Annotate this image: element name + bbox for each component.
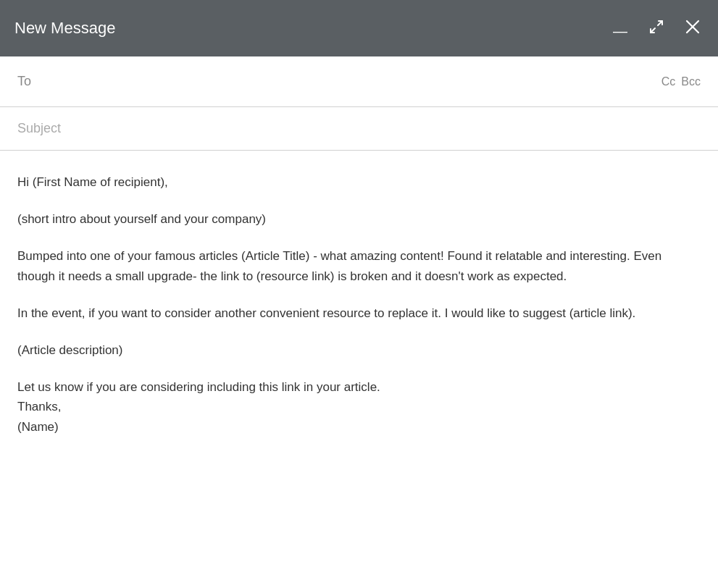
body-line5: (Article description) [17,340,701,360]
expand-button[interactable] [646,17,667,39]
minimize-icon: — [613,24,627,38]
bcc-link[interactable]: Bcc [681,75,701,88]
subject-row [0,107,718,151]
close-button[interactable] [682,17,704,39]
close-icon [685,19,701,38]
to-label: To [17,74,46,89]
compose-title: New Message [14,19,115,38]
body-line1: Hi (First Name of recipient), [17,172,701,192]
compose-body[interactable]: Hi (First Name of recipient), (short int… [0,151,718,588]
body-line6: Let us know if you are considering inclu… [17,377,701,437]
compose-header: New Message — [0,0,718,56]
header-actions: — [609,17,704,39]
minimize-button[interactable]: — [609,17,631,39]
body-line4: In the event, if you want to consider an… [17,303,701,323]
to-row: To Cc Bcc [0,56,718,107]
cc-bcc-links: Cc Bcc [661,75,701,88]
body-line3: Bumped into one of your famous articles … [17,246,701,285]
expand-icon [648,19,664,38]
compose-window: New Message — [0,0,718,588]
cc-link[interactable]: Cc [661,75,676,88]
to-input[interactable] [46,75,661,88]
subject-input[interactable] [17,121,701,136]
body-line2: (short intro about yourself and your com… [17,209,701,229]
